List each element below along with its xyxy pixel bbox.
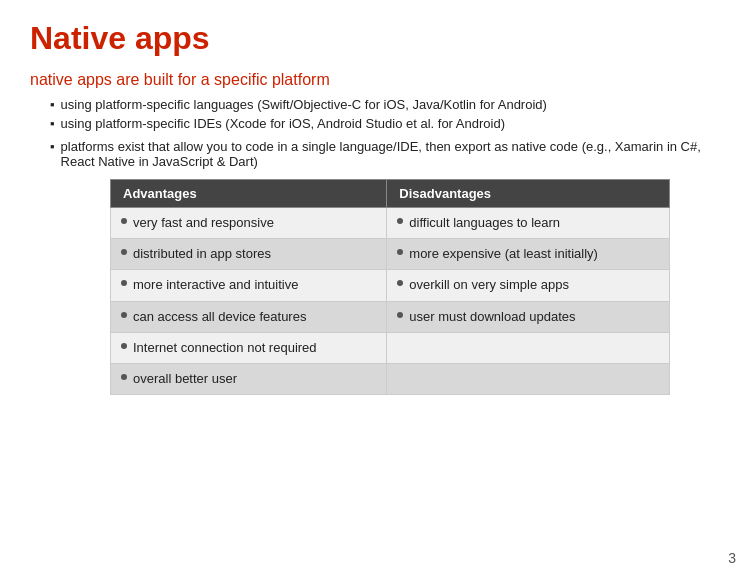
table-cell: [387, 363, 670, 394]
main-content: Native apps native apps are built for a …: [0, 0, 756, 415]
bullet-dot-icon: [121, 312, 127, 318]
table-row: very fast and responsivedifficult langua…: [111, 208, 670, 239]
col-header-disadvantages: Disadvantages: [387, 180, 670, 208]
bullet-dot-icon: [121, 280, 127, 286]
page-number: 3: [728, 550, 736, 566]
table-row: Internet connection not required: [111, 332, 670, 363]
table-cell: overall better user: [111, 363, 387, 394]
table-cell: more expensive (at least initially): [387, 239, 670, 270]
bullet-dot-icon: [121, 249, 127, 255]
table-cell: can access all device features: [111, 301, 387, 332]
col-header-advantages: Advantages: [111, 180, 387, 208]
bullet-dot-icon: [121, 343, 127, 349]
bullet-dot-icon: [397, 280, 403, 286]
page-title: Native apps: [30, 20, 726, 57]
comparison-table-wrapper: Advantages Disadvantages very fast and r…: [110, 179, 726, 395]
bullet-dot-icon: [121, 374, 127, 380]
table-cell: Internet connection not required: [111, 332, 387, 363]
platforms-note: platforms exist that allow you to code i…: [50, 139, 726, 169]
table-cell: more interactive and intuitive: [111, 270, 387, 301]
bullet-1: using platform-specific languages (Swift…: [50, 97, 726, 112]
table-row: can access all device featuresuser must …: [111, 301, 670, 332]
table-cell: user must download updates: [387, 301, 670, 332]
bullet-2: using platform-specific IDEs (Xcode for …: [50, 116, 726, 131]
table-cell: [387, 332, 670, 363]
bullet-dot-icon: [397, 312, 403, 318]
table-cell: distributed in app stores: [111, 239, 387, 270]
bullets-list: using platform-specific languages (Swift…: [50, 97, 726, 131]
bullet-dot-icon: [397, 249, 403, 255]
table-row: more interactive and intuitiveoverkill o…: [111, 270, 670, 301]
bullet-dot-icon: [121, 218, 127, 224]
table-cell: difficult languages to learn: [387, 208, 670, 239]
table-row: overall better user: [111, 363, 670, 394]
table-cell: overkill on very simple apps: [387, 270, 670, 301]
bullet-dot-icon: [397, 218, 403, 224]
table-row: distributed in app storesmore expensive …: [111, 239, 670, 270]
comparison-table: Advantages Disadvantages very fast and r…: [110, 179, 670, 395]
subtitle: native apps are built for a specific pla…: [30, 71, 726, 89]
table-cell: very fast and responsive: [111, 208, 387, 239]
